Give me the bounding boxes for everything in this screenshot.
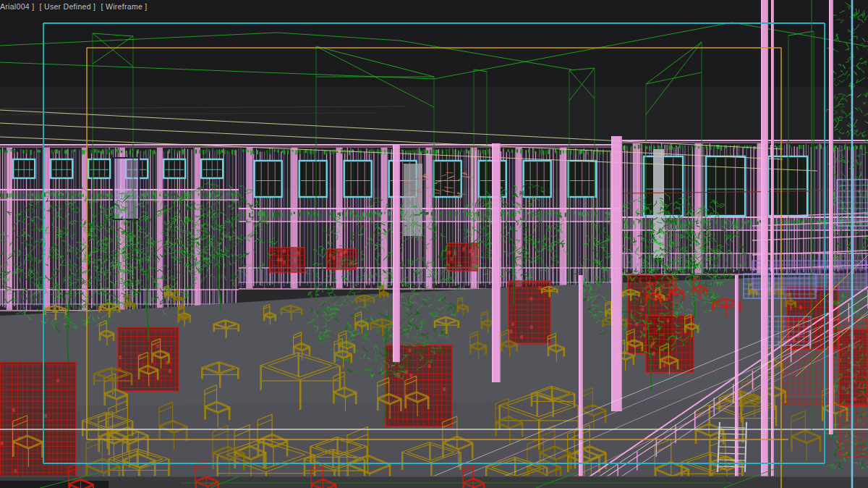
viewport-label-mode[interactable]: [ Wireframe ]: [101, 2, 148, 11]
viewport-label: Arial004 ] [ User Defined ] [ Wireframe …: [0, 2, 150, 11]
viewport-label-camera[interactable]: Arial004 ]: [0, 2, 34, 11]
wireframe-scene: [0, 0, 868, 488]
viewport-label-quality[interactable]: [ User Defined ]: [40, 2, 96, 11]
viewport-3d[interactable]: Arial004 ] [ User Defined ] [ Wireframe …: [0, 0, 868, 488]
